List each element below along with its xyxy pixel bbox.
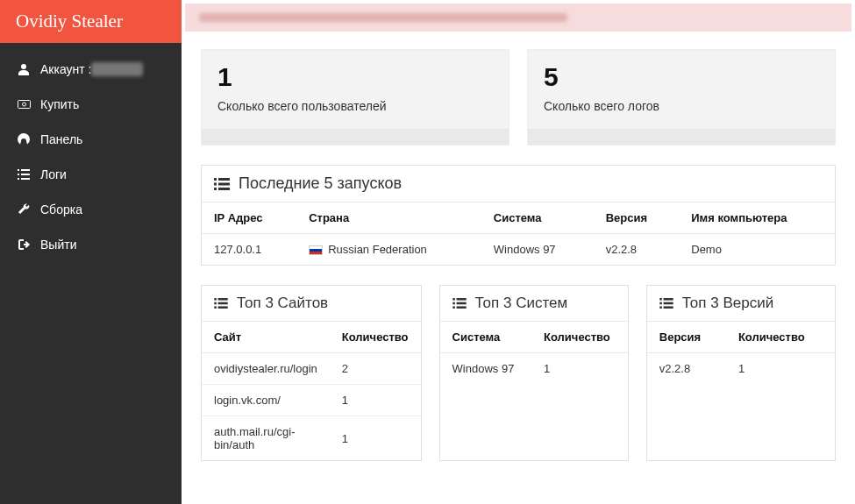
svg-rect-25 bbox=[456, 306, 466, 309]
panel-last-runs: Последние 5 запусков IP Адрес Страна Сис… bbox=[201, 165, 836, 266]
top-panels-row: Топ 3 Сайтов Сайт Количество ovidiysteal… bbox=[201, 285, 836, 461]
svg-rect-6 bbox=[18, 178, 19, 180]
stat-logs-progress bbox=[528, 129, 835, 145]
list-icon bbox=[214, 298, 228, 309]
panel-title: Топ 3 Систем bbox=[475, 295, 568, 312]
cell-count: 2 bbox=[330, 353, 421, 385]
svg-rect-0 bbox=[18, 101, 30, 109]
th-site: Сайт bbox=[202, 322, 330, 353]
panel-top-versions: Топ 3 Версий Версия Количество v2.2.8 1 bbox=[646, 285, 836, 461]
sidebar-item-label: Купить bbox=[40, 97, 79, 111]
table-row: v2.2.8 1 bbox=[647, 353, 835, 385]
top-systems-table: Система Количество Windows 97 1 bbox=[440, 322, 628, 384]
top-sites-table: Сайт Количество ovidiystealer.ru/login 2… bbox=[202, 322, 421, 460]
th-system: Система bbox=[440, 322, 531, 353]
cell-version: v2.2.8 bbox=[594, 234, 680, 266]
alert-banner bbox=[185, 4, 851, 32]
sidebar-item-label: Выйти bbox=[40, 238, 76, 252]
sidebar-item-account[interactable]: Аккаунт : xxxxx bbox=[0, 52, 182, 87]
cell-count: 1 bbox=[330, 385, 421, 416]
panel-top-systems-header: Топ 3 Систем bbox=[440, 286, 628, 322]
th-version: Версия bbox=[647, 322, 726, 353]
money-icon bbox=[16, 100, 32, 109]
sidebar-item-buy[interactable]: Купить bbox=[0, 87, 182, 122]
list-icon bbox=[214, 178, 230, 190]
svg-rect-28 bbox=[659, 302, 662, 305]
svg-rect-14 bbox=[214, 298, 217, 301]
svg-rect-27 bbox=[663, 298, 673, 301]
panel-title: Топ 3 Версий bbox=[682, 295, 773, 312]
th-version: Версия bbox=[594, 202, 680, 234]
cell-site: auth.mail.ru/cgi-bin/auth bbox=[202, 416, 330, 461]
dashboard-icon bbox=[16, 133, 32, 146]
stat-users-label: Сколько всего пользователей bbox=[217, 99, 493, 113]
th-ip: IP Адрес bbox=[202, 202, 296, 234]
svg-rect-8 bbox=[214, 178, 217, 181]
cell-system: Windows 97 bbox=[440, 353, 531, 385]
panel-top-sites-header: Топ 3 Сайтов bbox=[202, 286, 421, 322]
th-system: Система bbox=[481, 202, 594, 234]
stat-logs: 5 Сколько всего логов bbox=[527, 49, 836, 146]
main-content: 1 Сколько всего пользователей 5 Сколько … bbox=[182, 0, 855, 504]
account-name-redacted: xxxxx bbox=[91, 62, 143, 76]
sidebar-item-logs[interactable]: Логи bbox=[0, 157, 182, 192]
panel-last-runs-header: Последние 5 запусков bbox=[202, 166, 835, 202]
svg-rect-12 bbox=[214, 188, 217, 190]
svg-rect-21 bbox=[456, 298, 466, 301]
svg-point-1 bbox=[22, 103, 25, 106]
svg-rect-23 bbox=[456, 302, 466, 305]
th-count: Количество bbox=[330, 322, 421, 353]
sidebar-item-label: Панель bbox=[40, 132, 82, 146]
stat-logs-label: Сколько всего логов bbox=[544, 99, 819, 113]
sidebar-item-build[interactable]: Сборка bbox=[0, 192, 182, 227]
cell-site: login.vk.com/ bbox=[202, 385, 330, 416]
svg-rect-30 bbox=[659, 306, 662, 309]
panel-top-systems: Топ 3 Систем Система Количество Windows … bbox=[439, 285, 629, 461]
svg-rect-5 bbox=[21, 174, 30, 175]
stat-users-value: 1 bbox=[217, 62, 493, 92]
flag-ru-icon bbox=[309, 245, 323, 255]
svg-rect-22 bbox=[452, 302, 455, 305]
cell-ip: 127.0.0.1 bbox=[202, 234, 296, 266]
sidebar-item-label: Аккаунт : bbox=[40, 62, 91, 76]
th-computer: Имя компьютера bbox=[679, 202, 835, 234]
panel-top-sites: Топ 3 Сайтов Сайт Количество ovidiysteal… bbox=[201, 285, 422, 461]
signout-icon bbox=[16, 239, 32, 250]
svg-rect-18 bbox=[214, 306, 217, 309]
cell-count: 1 bbox=[531, 353, 628, 385]
sidebar-item-panel[interactable]: Панель bbox=[0, 122, 182, 157]
sidebar-item-logout[interactable]: Выйти bbox=[0, 227, 182, 262]
cell-version: v2.2.8 bbox=[647, 353, 726, 385]
svg-rect-16 bbox=[214, 302, 217, 305]
svg-rect-13 bbox=[218, 188, 230, 190]
sidebar-nav: Аккаунт : xxxxx Купить Панель Логи bbox=[0, 43, 182, 262]
svg-rect-24 bbox=[452, 306, 455, 309]
sidebar: Ovidiy Stealer Аккаунт : xxxxx Купить Па… bbox=[0, 0, 182, 504]
table-row: ovidiystealer.ru/login 2 bbox=[202, 353, 421, 385]
list-icon bbox=[452, 298, 467, 309]
top-versions-table: Версия Количество v2.2.8 1 bbox=[647, 322, 835, 384]
svg-rect-4 bbox=[18, 174, 19, 175]
svg-rect-20 bbox=[452, 298, 455, 301]
cell-site: ovidiystealer.ru/login bbox=[202, 353, 330, 385]
cell-count: 1 bbox=[726, 353, 835, 385]
panel-title: Последние 5 запусков bbox=[239, 174, 402, 193]
svg-rect-2 bbox=[18, 169, 19, 171]
svg-rect-17 bbox=[218, 302, 228, 305]
svg-rect-31 bbox=[663, 306, 673, 309]
svg-rect-26 bbox=[659, 298, 662, 301]
sidebar-item-label: Сборка bbox=[40, 202, 82, 217]
th-count: Количество bbox=[531, 322, 628, 353]
svg-rect-9 bbox=[218, 178, 230, 181]
svg-rect-19 bbox=[218, 306, 228, 309]
cell-computer: Demo bbox=[679, 234, 835, 266]
panel-top-versions-header: Топ 3 Версий bbox=[647, 286, 835, 322]
panel-title: Топ 3 Сайтов bbox=[237, 295, 328, 312]
table-row: 127.0.0.1 Russian Federation Windows 97 … bbox=[202, 234, 835, 266]
svg-rect-29 bbox=[663, 302, 673, 305]
th-count: Количество bbox=[726, 322, 835, 353]
user-icon bbox=[16, 63, 32, 75]
svg-rect-15 bbox=[218, 298, 228, 301]
stats-row: 1 Сколько всего пользователей 5 Сколько … bbox=[201, 49, 836, 146]
svg-rect-10 bbox=[214, 182, 217, 185]
